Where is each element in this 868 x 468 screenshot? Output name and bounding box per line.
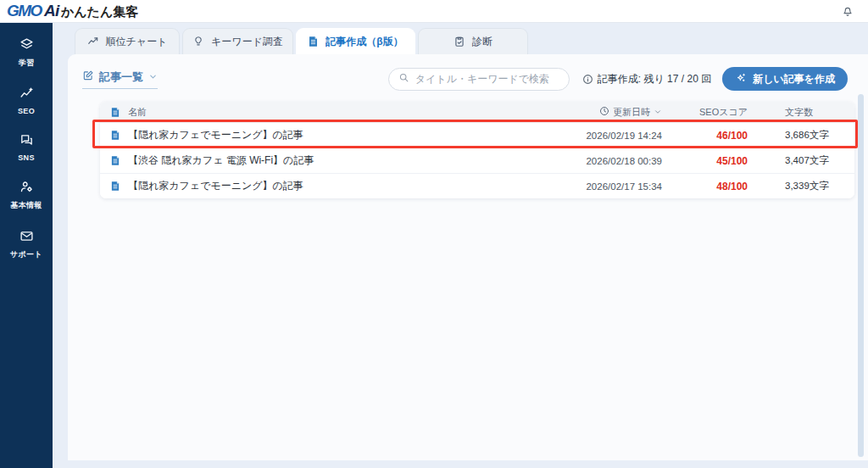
- articles-table: 名前 更新日時 SEOスコア 文字数: [100, 102, 854, 198]
- vertical-scrollbar[interactable]: [858, 94, 864, 457]
- seo-score-cell: 46/100: [669, 130, 768, 142]
- table-row-article-2[interactable]: 【渋谷 隠れ家カフェ 電源 Wi-Fi】の記事 2026/02/18 00:39…: [100, 148, 854, 173]
- info-icon: [582, 74, 593, 85]
- column-header-char-count: 文字数: [768, 106, 846, 119]
- column-header-updated[interactable]: 更新日時: [537, 106, 669, 119]
- char-count-cell: 3,407文字: [768, 154, 846, 167]
- sidebar-item-learning[interactable]: 学習: [0, 37, 53, 69]
- search-input[interactable]: [415, 73, 559, 85]
- sidebar-item-sns[interactable]: SNS: [0, 133, 53, 162]
- table-row-article-1[interactable]: 【隠れ家カフェでモーニング】の記事 2026/02/19 14:24 46/10…: [100, 122, 854, 148]
- article-name-cell: 【隠れ家カフェでモーニング】の記事: [110, 179, 537, 193]
- column-header-name: 名前: [110, 106, 537, 119]
- article-list-label: 記事一覧: [99, 70, 143, 85]
- sidebar-item-label: 基本情報: [10, 200, 42, 211]
- sidebar: 学習 SEO SNS 基本情報 サポート: [0, 23, 53, 468]
- trending-up-icon: [87, 36, 99, 47]
- char-count-cell: 3,339文字: [768, 180, 846, 192]
- clipboard-check-icon: [453, 36, 465, 47]
- sidebar-item-label: SNS: [18, 153, 34, 162]
- seo-trend-sparkle-icon: [19, 86, 34, 104]
- feature-tabs: 順位チャート キーワード調査 記事作成（β版） 診断: [75, 28, 528, 54]
- column-header-seo-score: SEOスコア: [669, 106, 768, 119]
- panel-toolbar: 記事一覧 記事作成: 残り 17 / 20 回: [68, 54, 868, 91]
- tab-label: 診断: [472, 35, 492, 49]
- tab-label: 順位チャート: [106, 35, 168, 49]
- mail-envelope-icon: [19, 229, 34, 247]
- search-box[interactable]: [388, 68, 570, 91]
- sidebar-item-label: SEO: [18, 107, 35, 115]
- chevron-down-icon: [148, 72, 158, 81]
- sidebar-item-basic-info[interactable]: 基本情報: [0, 180, 53, 211]
- seo-score-cell: 48/100: [669, 181, 768, 192]
- tab-label: キーワード調査: [211, 35, 283, 49]
- user-gear-icon: [19, 180, 34, 198]
- document-icon: [110, 155, 120, 166]
- article-name-cell: 【隠れ家カフェでモーニング】の記事: [110, 128, 537, 142]
- layers-learning-icon: [19, 37, 34, 55]
- chat-bubbles-icon: [19, 133, 34, 151]
- logo-product-name: かんたん集客: [61, 4, 138, 20]
- table-header-row: 名前 更新日時 SEOスコア 文字数: [100, 102, 854, 122]
- table-row-article-3[interactable]: 【隠れ家カフェでモーニング】の記事 2026/02/17 15:34 48/10…: [100, 173, 854, 198]
- article-title: 【渋谷 隠れ家カフェ 電源 Wi-Fi】の記事: [128, 153, 314, 168]
- tab-article-creation[interactable]: 記事作成（β版）: [296, 28, 415, 54]
- article-name-cell: 【渋谷 隠れ家カフェ 電源 Wi-Fi】の記事: [110, 153, 537, 168]
- sidebar-item-support[interactable]: サポート: [0, 229, 53, 260]
- sort-chevron-down-icon: [654, 108, 662, 116]
- document-icon: [308, 36, 319, 47]
- sidebar-item-seo[interactable]: SEO: [0, 86, 53, 115]
- tab-diagnosis[interactable]: 診断: [418, 28, 528, 54]
- new-article-button-label: 新しい記事を作成: [753, 72, 835, 86]
- sidebar-item-label: サポート: [10, 249, 42, 260]
- tab-keyword-research[interactable]: キーワード調査: [182, 28, 293, 54]
- logo-gmo: GMO: [7, 2, 42, 20]
- creation-quota: 記事作成: 残り 17 / 20 回: [582, 72, 711, 86]
- sparkles-icon: [735, 72, 747, 86]
- updated-cell: 2026/02/17 15:34: [537, 181, 669, 192]
- article-title: 【隠れ家カフェでモーニング】の記事: [128, 179, 303, 193]
- article-title: 【隠れ家カフェでモーニング】の記事: [128, 128, 303, 142]
- article-creation-panel: 記事一覧 記事作成: 残り 17 / 20 回: [68, 54, 868, 460]
- main-content: 順位チャート キーワード調査 記事作成（β版） 診断: [53, 23, 868, 468]
- char-count-cell: 3,686文字: [768, 129, 846, 142]
- quota-text: 記事作成: 残り 17 / 20 回: [598, 72, 711, 86]
- search-icon: [398, 71, 409, 86]
- notifications-bell-icon[interactable]: [841, 4, 854, 18]
- document-icon: [110, 130, 120, 141]
- document-icon: [110, 181, 120, 192]
- edit-square-icon: [82, 70, 94, 84]
- app-header: GMO Ai かんたん集客: [0, 0, 868, 23]
- updated-cell: 2026/02/19 14:24: [537, 131, 669, 141]
- document-icon: [110, 107, 120, 118]
- lightbulb-icon: [192, 36, 204, 47]
- clock-icon: [599, 106, 609, 118]
- article-list-dropdown[interactable]: 記事一覧: [82, 70, 158, 89]
- app-logo: GMO Ai かんたん集客: [7, 2, 138, 20]
- new-article-button[interactable]: 新しい記事を作成: [722, 67, 848, 91]
- tab-label: 記事作成（β版）: [326, 35, 403, 49]
- seo-score-cell: 45/100: [669, 155, 768, 167]
- updated-cell: 2026/02/18 00:39: [537, 156, 669, 166]
- sidebar-item-label: 学習: [19, 58, 35, 69]
- logo-ai: Ai: [44, 2, 59, 20]
- tab-rank-chart[interactable]: 順位チャート: [75, 28, 180, 54]
